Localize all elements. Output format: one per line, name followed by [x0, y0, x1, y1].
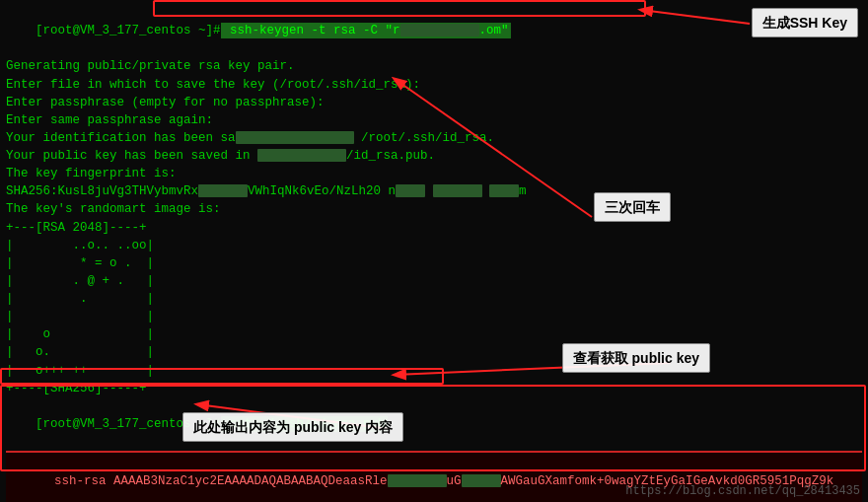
annotation-ssh-key: 生成SSH Key	[752, 8, 858, 37]
command-highlight: ssh-keygen -t rsa -C "r.om"	[221, 23, 511, 38]
gen-pair-line: Generating public/private rsa key pair.	[6, 57, 862, 75]
id-saved-line: Your identification has been sa /root/.s…	[6, 129, 862, 147]
terminal: [root@VM_3_177_centos ~]# ssh-keygen -t …	[0, 0, 868, 502]
randomart-label-line: The key's randomart image is:	[6, 200, 862, 218]
enter-file-line: Enter file in which to save the key (/ro…	[6, 76, 862, 94]
randomart-block: +---[RSA 2048]----+ | ..o.. ..oo| | * = …	[6, 219, 862, 397]
annotation-three-enter: 三次回车	[594, 192, 671, 222]
cat-cmd-line: [root@VM_3_177_centos ~]# cat ~/.ssh/id_…	[6, 397, 862, 451]
enter-pass-line: Enter passphrase (empty for no passphras…	[6, 94, 862, 111]
prompt: [root@VM_3_177_centos ~]#	[36, 24, 221, 37]
enter-same-line: Enter same passphrase again:	[6, 111, 862, 129]
sha256-line: SHA256:KusL8juVg3THVybmvRxVWhIqNk6vEo/Nz…	[6, 182, 862, 200]
cmd-line: [root@VM_3_177_centos ~]# ssh-keygen -t …	[6, 4, 862, 57]
pub-saved-line: Your public key has been saved in /id_rs…	[6, 147, 862, 165]
annotation-view-pubkey: 查看获取 public key	[562, 343, 710, 373]
annotation-pubkey-content: 此处输出内容为 public key 内容	[182, 412, 403, 442]
fingerprint-label-line: The key fingerprint is:	[6, 165, 862, 182]
blog-url: https://blog.csdn.net/qq_28413435	[625, 483, 860, 500]
